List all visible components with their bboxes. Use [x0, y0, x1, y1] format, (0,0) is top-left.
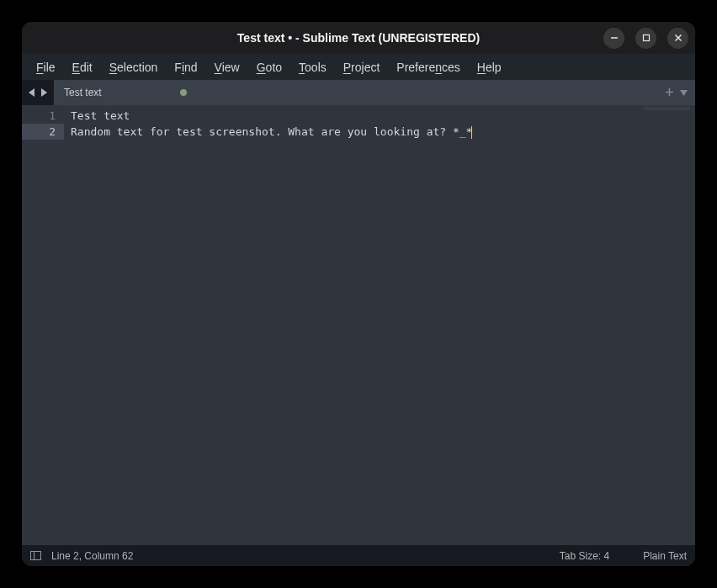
line-number[interactable]: 1: [22, 108, 64, 124]
gutter: 1 2: [22, 105, 64, 545]
code-line[interactable]: Random text for test screenshot. What ar…: [71, 124, 695, 140]
close-icon: [674, 34, 682, 42]
menu-selection[interactable]: Selection: [102, 57, 166, 77]
triangle-right-icon: [40, 87, 48, 98]
nav-back-button[interactable]: [28, 87, 36, 98]
triangle-down-icon: [679, 89, 688, 97]
close-button[interactable]: [667, 28, 688, 49]
titlebar: Test text • - Sublime Text (UNREGISTERED…: [22, 22, 695, 54]
menu-tools[interactable]: Tools: [291, 57, 334, 77]
menu-file[interactable]: File: [29, 57, 63, 77]
svg-marker-4: [29, 88, 35, 97]
nav-forward-button[interactable]: [40, 87, 48, 98]
statusbar-right: Tab Size: 4 Plain Text: [560, 550, 687, 562]
menu-edit[interactable]: Edit: [65, 57, 100, 77]
triangle-left-icon: [28, 87, 36, 98]
menu-project[interactable]: Project: [336, 57, 388, 77]
tab-dirty-indicator-icon: [180, 89, 187, 96]
tabbar-right-controls: [658, 80, 695, 105]
line-number[interactable]: 2: [22, 124, 64, 140]
menu-preferences[interactable]: Preferences: [389, 57, 468, 77]
plus-icon: [665, 87, 674, 97]
editor[interactable]: 1 2 Test text Random text for test scree…: [22, 105, 695, 545]
new-tab-button[interactable]: [665, 85, 674, 100]
tabbar-spacer: [197, 80, 658, 105]
statusbar-left: Line 2, Column 62: [30, 550, 133, 562]
window-title: Test text • - Sublime Text (UNREGISTERED…: [237, 31, 480, 45]
app-window: Test text • - Sublime Text (UNREGISTERED…: [22, 22, 695, 566]
menu-goto[interactable]: Goto: [249, 57, 289, 77]
tab-history-nav: [22, 80, 54, 105]
maximize-button[interactable]: [635, 28, 656, 49]
menubar: File Edit Selection Find View Goto Tools…: [22, 54, 695, 80]
minimize-icon: [610, 34, 619, 42]
status-line-column[interactable]: Line 2, Column 62: [51, 550, 133, 562]
svg-marker-8: [680, 90, 688, 96]
statusbar: Line 2, Column 62 Tab Size: 4 Plain Text: [22, 545, 695, 566]
svg-rect-1: [643, 35, 649, 41]
minimize-button[interactable]: [603, 28, 624, 49]
tabbar: Test text: [22, 80, 695, 105]
menu-help[interactable]: Help: [470, 57, 509, 77]
file-tab[interactable]: Test text: [54, 80, 197, 105]
code-line[interactable]: Test text: [71, 108, 695, 124]
tab-dropdown-button[interactable]: [679, 85, 688, 100]
menu-view[interactable]: View: [207, 57, 247, 77]
code-area[interactable]: Test text Random text for test screensho…: [64, 105, 695, 545]
svg-marker-5: [41, 88, 47, 97]
tab-label: Test text: [64, 87, 102, 98]
status-tab-size[interactable]: Tab Size: 4: [560, 550, 609, 562]
window-controls: [603, 28, 688, 49]
menu-find[interactable]: Find: [167, 57, 204, 77]
maximize-icon: [642, 34, 651, 42]
status-syntax[interactable]: Plain Text: [643, 550, 687, 562]
text-cursor: [471, 126, 472, 139]
sidebar-toggle-icon[interactable]: [30, 551, 41, 560]
